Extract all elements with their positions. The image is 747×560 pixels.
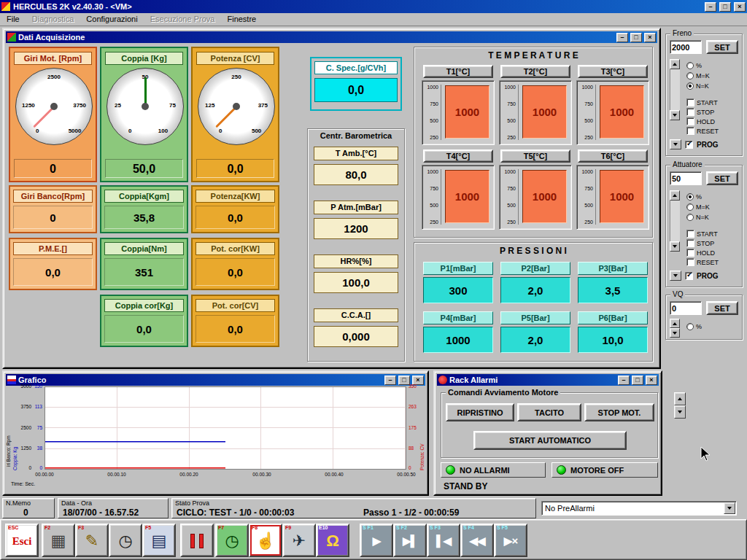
minimize-button[interactable]: –	[616, 33, 628, 42]
minimize-button[interactable]: –	[618, 376, 630, 385]
freno-check-hold[interactable]: HOLD	[686, 117, 715, 125]
attuatore-radio-mk[interactable]: M=K	[686, 203, 710, 211]
minimize-button[interactable]: –	[384, 376, 396, 385]
radio-icon[interactable]	[686, 72, 694, 79]
attuatore-check-hold[interactable]: HOLD	[686, 249, 715, 257]
freno-set-button[interactable]: SET	[706, 40, 738, 54]
radio-icon[interactable]	[686, 214, 694, 221]
step-forward-button[interactable]: S F2 ▶▌	[393, 524, 427, 557]
close-button[interactable]: ×	[734, 2, 746, 12]
maximize-button[interactable]: □	[719, 2, 731, 12]
press-channel-header[interactable]: P2[Bar]	[500, 262, 570, 275]
menu-finestre[interactable]: Finestre	[222, 13, 261, 25]
scroll-up-icon[interactable]	[670, 190, 680, 201]
temp-channel-header[interactable]: T6[°C]	[578, 149, 648, 163]
attuatore-radio-percent[interactable]: %	[686, 193, 702, 201]
scroll-up-icon[interactable]	[670, 319, 680, 328]
scroll-up-icon[interactable]	[670, 59, 680, 69]
press-channel-header[interactable]: P3[Bar]	[578, 262, 648, 275]
checkbox-icon[interactable]	[686, 98, 694, 106]
tacito-button[interactable]: TACITO	[517, 403, 581, 421]
preallarmi-dropdown[interactable]: No PreAllarmi	[541, 501, 737, 516]
vq-set-button[interactable]: SET	[706, 301, 738, 315]
vq-setpoint-input[interactable]	[670, 301, 702, 315]
vq-radio-percent[interactable]: %	[686, 323, 702, 330]
close-button[interactable]: ×	[644, 33, 656, 42]
radio-icon[interactable]	[686, 203, 694, 211]
stopwatch-button[interactable]: ◷	[109, 524, 142, 557]
esci-button[interactable]: ESC Esci	[5, 524, 39, 557]
rack-title-bar[interactable]: Rack Allarmi – □ ×	[437, 374, 659, 386]
freno-check-stop[interactable]: STOP	[686, 108, 714, 116]
play-button[interactable]: S F1 ▶	[360, 524, 393, 557]
temp-channel-header[interactable]: T5[°C]	[500, 149, 570, 163]
menu-file[interactable]: File	[1, 13, 25, 25]
main-title-bar[interactable]: HERCULES 2K v2.40.30 - <VM> – □ ×	[0, 0, 747, 13]
scroll-down-icon[interactable]	[670, 241, 680, 252]
attuatore-check-stop[interactable]: STOP	[686, 239, 714, 247]
scroll-down-icon[interactable]	[674, 405, 686, 419]
combo-dropdown-icon[interactable]	[670, 139, 681, 149]
checkbox-icon[interactable]	[686, 127, 694, 135]
combo-dropdown-icon[interactable]	[724, 502, 735, 514]
maximize-button[interactable]: □	[630, 33, 642, 42]
combo-dropdown-icon[interactable]	[670, 271, 681, 281]
dati-title-bar[interactable]: Dati Acquisizione – □ ×	[6, 31, 657, 43]
menu-diagnostica[interactable]: Diagnostica	[27, 13, 79, 25]
freno-radio-percent[interactable]: %	[686, 62, 702, 69]
ripristino-button[interactable]: RIPRISTINO	[446, 403, 514, 421]
radio-icon[interactable]	[686, 323, 694, 330]
temp-channel-header[interactable]: T1[°C]	[423, 65, 493, 78]
freno-check-start[interactable]: START	[686, 98, 718, 106]
pause-button[interactable]	[180, 524, 214, 557]
radio-icon[interactable]	[686, 82, 694, 90]
stop-mot-button[interactable]: STOP MOT.	[584, 403, 654, 421]
calculator-button[interactable]: F2 ▦	[42, 524, 75, 557]
attuatore-set-button[interactable]: SET	[706, 171, 738, 185]
airplane-button[interactable]: F9 ✈	[282, 524, 316, 557]
attuatore-check-start[interactable]: START	[686, 230, 718, 238]
scroll-down-icon[interactable]	[670, 328, 680, 338]
attuatore-setpoint-input[interactable]	[670, 171, 702, 185]
scrollbar-track[interactable]	[670, 69, 680, 110]
bell-button[interactable]: E10 Ω	[316, 524, 349, 557]
checkbox-icon[interactable]	[686, 249, 694, 257]
press-channel-header[interactable]: P1[mBar]	[423, 262, 493, 275]
scrollbar-track[interactable]	[670, 201, 680, 241]
stop-hand-button[interactable]: F8 ☝	[249, 524, 282, 557]
press-channel-header[interactable]: P5[Bar]	[500, 311, 570, 324]
press-channel-header[interactable]: P4[mBar]	[423, 311, 493, 324]
attuatore-scrollbar[interactable]	[670, 190, 680, 252]
close-button[interactable]: ×	[646, 376, 657, 385]
radio-icon[interactable]	[686, 62, 694, 69]
attuatore-check-reset[interactable]: RESET	[686, 258, 719, 266]
print-button[interactable]: F5 ▤	[142, 524, 176, 557]
attuatore-prog-checkbox[interactable]	[685, 272, 693, 280]
minimize-button[interactable]: –	[705, 2, 716, 12]
menu-esecuzione-prova[interactable]: Esecuzione Prova	[145, 13, 220, 25]
stop-x-button[interactable]: S F5 ▶×	[494, 524, 527, 557]
press-channel-header[interactable]: P6[Bar]	[578, 311, 648, 324]
grafico-title-bar[interactable]: Grafico – □ ×	[6, 374, 425, 386]
temp-channel-header[interactable]: T2[°C]	[500, 65, 570, 78]
checkbox-icon[interactable]	[686, 117, 694, 125]
temp-channel-header[interactable]: T4[°C]	[423, 149, 493, 163]
checkbox-icon[interactable]	[686, 239, 694, 247]
vq-scrollbar[interactable]	[670, 319, 680, 338]
start-automatico-button[interactable]: START AUTOMATICO	[473, 431, 627, 450]
freno-radio-nk[interactable]: N=K	[686, 82, 709, 90]
checkbox-icon[interactable]	[686, 258, 694, 266]
checkbox-icon[interactable]	[686, 230, 694, 238]
notepad-button[interactable]: F3 ✎	[75, 524, 109, 557]
rewind-button[interactable]: S F4 ◀◀	[460, 524, 494, 557]
freno-radio-mk[interactable]: M=K	[686, 72, 710, 79]
scroll-up-icon[interactable]	[674, 392, 686, 405]
freno-setpoint-input[interactable]	[670, 40, 702, 54]
attuatore-radio-nk[interactable]: N=K	[686, 214, 709, 221]
scroll-down-icon[interactable]	[670, 110, 680, 120]
skip-to-start-button[interactable]: S F3 ▌◀	[427, 524, 460, 557]
freno-prog-checkbox[interactable]	[685, 141, 693, 149]
maximize-button[interactable]: □	[632, 376, 643, 385]
chrono-button[interactable]: F7 ◷	[215, 524, 249, 557]
side-scrollbar[interactable]	[674, 392, 686, 419]
